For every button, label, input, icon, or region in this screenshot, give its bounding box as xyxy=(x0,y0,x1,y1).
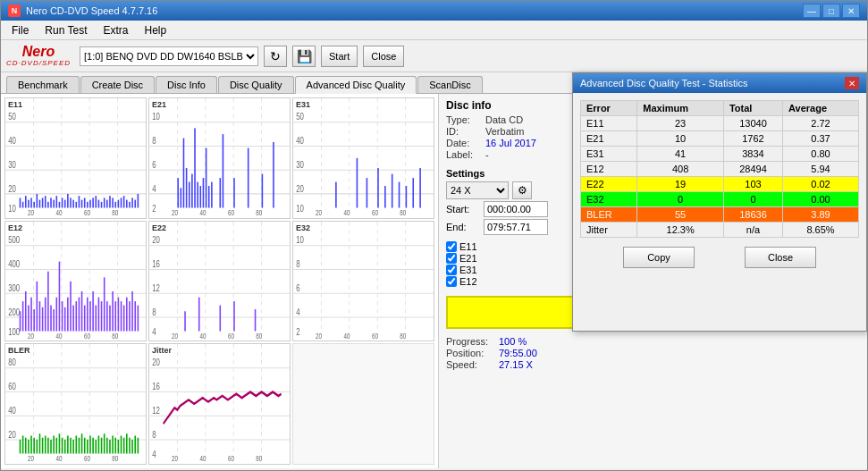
chart-jitter-label: Jitter xyxy=(152,346,172,355)
svg-rect-37 xyxy=(72,200,74,208)
svg-rect-250 xyxy=(33,438,35,454)
svg-text:6: 6 xyxy=(152,159,156,171)
start-time-input[interactable] xyxy=(484,201,548,217)
svg-rect-124 xyxy=(412,178,414,207)
stats-dialog-close-icon[interactable]: ✕ xyxy=(845,77,859,89)
tab-scan-disc[interactable]: ScanDisc xyxy=(417,76,482,93)
svg-rect-26 xyxy=(42,198,44,207)
svg-rect-147 xyxy=(28,305,29,331)
svg-rect-80 xyxy=(181,188,182,207)
svg-text:12: 12 xyxy=(152,282,160,293)
svg-rect-207 xyxy=(220,305,222,331)
title-bar-controls: — □ ✕ xyxy=(803,4,860,18)
svg-rect-50 xyxy=(109,196,111,207)
end-time-input[interactable] xyxy=(484,219,548,235)
svg-rect-150 xyxy=(37,281,38,331)
svg-rect-82 xyxy=(186,168,188,208)
svg-rect-55 xyxy=(123,196,125,207)
menu-file[interactable]: File xyxy=(4,22,36,38)
svg-rect-277 xyxy=(109,440,111,454)
svg-rect-209 xyxy=(255,309,257,332)
row-e11-max: 23 xyxy=(637,116,724,131)
drive-selector[interactable]: [1:0] BENQ DVD DD DW1640 BSLB xyxy=(80,46,258,66)
svg-text:8: 8 xyxy=(152,135,156,147)
tab-disc-info[interactable]: Disc Info xyxy=(156,76,217,93)
svg-text:40: 40 xyxy=(8,405,16,416)
svg-rect-274 xyxy=(101,438,103,454)
svg-rect-146 xyxy=(25,291,27,332)
row-e21-avg: 0.37 xyxy=(783,131,859,147)
row-e12-avg: 5.94 xyxy=(783,162,859,177)
svg-text:10: 10 xyxy=(152,111,160,122)
minimize-button[interactable]: — xyxy=(803,4,821,18)
svg-rect-278 xyxy=(112,436,114,454)
svg-rect-256 xyxy=(50,440,52,454)
chart-e31-label: E31 xyxy=(296,100,310,109)
svg-rect-269 xyxy=(87,440,88,454)
checkbox-e11[interactable] xyxy=(446,241,457,252)
svg-text:60: 60 xyxy=(228,332,234,341)
close-window-button[interactable]: ✕ xyxy=(842,4,860,18)
svg-rect-36 xyxy=(70,198,72,207)
svg-rect-38 xyxy=(76,202,78,208)
speed-selector[interactable]: 24 X xyxy=(446,181,509,199)
svg-rect-181 xyxy=(123,305,125,331)
stats-buttons: Copy Close xyxy=(580,247,859,268)
row-e22-avg: 0.02 xyxy=(783,177,859,192)
svg-rect-41 xyxy=(84,198,86,207)
tab-advanced-disc-quality[interactable]: Advanced Disc Quality xyxy=(295,76,417,94)
progress-row: Progress: 100 % xyxy=(446,336,860,347)
svg-rect-184 xyxy=(131,291,133,332)
svg-rect-122 xyxy=(399,182,400,208)
tab-create-disc[interactable]: Create Disc xyxy=(80,76,155,93)
disc-type-label: Type: xyxy=(446,114,480,125)
tab-benchmark[interactable]: Benchmark xyxy=(6,76,80,93)
close-stats-button[interactable]: Close xyxy=(745,247,816,268)
svg-rect-267 xyxy=(81,434,83,454)
stats-table: Error Maximum Total Average E11 23 13040… xyxy=(580,100,859,238)
copy-button[interactable]: Copy xyxy=(623,247,695,268)
svg-text:80: 80 xyxy=(112,455,118,464)
checkbox-e21[interactable] xyxy=(446,253,457,264)
svg-text:4: 4 xyxy=(152,182,156,194)
chart-e32: E32 10 8 6 4 xyxy=(292,221,434,342)
svg-rect-154 xyxy=(47,271,49,331)
close-button[interactable]: Close xyxy=(363,46,404,67)
save-button[interactable]: 💾 xyxy=(292,46,316,67)
svg-rect-31 xyxy=(56,196,58,207)
settings-icon-button[interactable]: ⚙ xyxy=(512,181,532,199)
svg-text:2: 2 xyxy=(296,325,299,337)
chart-e11-label: E11 xyxy=(8,100,22,109)
menu-run-test[interactable]: Run Test xyxy=(38,22,94,38)
refresh-button[interactable]: ↻ xyxy=(264,46,287,67)
maximize-button[interactable]: □ xyxy=(822,4,840,18)
chart-jitter-svg: 20 16 12 8 4 20 40 60 80 xyxy=(149,344,290,464)
table-row-jitter: Jitter 12.3% n/a 8.65% xyxy=(581,223,859,238)
svg-rect-52 xyxy=(114,202,116,208)
svg-rect-120 xyxy=(384,186,386,208)
start-button[interactable]: Start xyxy=(321,46,358,67)
row-jitter-avg: 8.65% xyxy=(783,223,859,238)
row-e31-avg: 0.80 xyxy=(783,147,859,162)
row-bler-max: 55 xyxy=(637,207,724,223)
svg-rect-176 xyxy=(109,305,111,331)
svg-rect-270 xyxy=(89,436,91,454)
svg-rect-118 xyxy=(367,178,368,207)
svg-text:80: 80 xyxy=(256,332,262,341)
col-average-header: Average xyxy=(783,101,859,116)
table-row-bler-highlighted: BLER 55 18636 3.89 xyxy=(581,207,859,223)
checkbox-e31[interactable] xyxy=(446,265,457,275)
svg-text:20: 20 xyxy=(28,455,34,464)
tab-disc-quality[interactable]: Disc Quality xyxy=(218,76,294,93)
menu-extra[interactable]: Extra xyxy=(96,22,135,38)
svg-text:300: 300 xyxy=(8,282,20,293)
svg-rect-32 xyxy=(59,202,61,208)
svg-rect-96 xyxy=(262,174,264,208)
checkbox-e12[interactable] xyxy=(446,276,457,287)
menu-help[interactable]: Help xyxy=(138,22,174,38)
nero-logo: Nero CD·DVD/SPEED xyxy=(6,45,71,67)
checkbox-e11-label: E11 xyxy=(459,241,477,252)
row-jitter-max: 12.3% xyxy=(637,223,724,238)
svg-rect-27 xyxy=(45,196,46,207)
svg-rect-263 xyxy=(70,438,72,454)
